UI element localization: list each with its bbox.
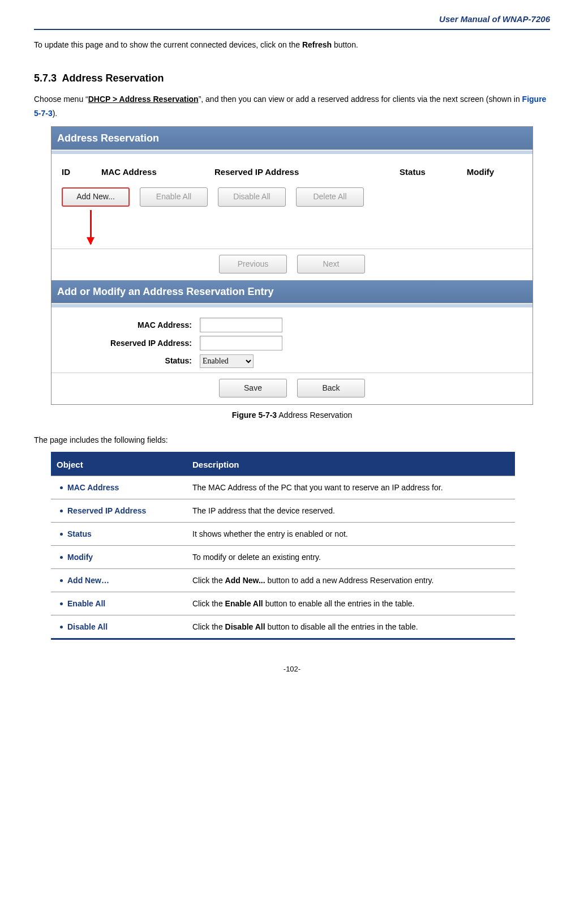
table-head-row: Object Description xyxy=(51,452,515,476)
arrow-icon xyxy=(90,210,92,244)
object-text: Add New… xyxy=(67,576,109,585)
menu-mid: ”, and then you can view or add a reserv… xyxy=(199,95,522,104)
description-cell: Click the Disable All button to disable … xyxy=(187,615,515,639)
desc-pre: The MAC Address of the PC that you want … xyxy=(192,483,443,492)
desc-post: button to disable all the entries in the… xyxy=(265,622,418,631)
object-text: Reserved IP Address xyxy=(67,506,146,515)
intro-paragraph: To update this page and to show the curr… xyxy=(34,38,550,52)
section-heading: 5.7.3 Address Reservation xyxy=(34,69,550,87)
desc-bold: Enable All xyxy=(225,599,263,608)
description-cell: The MAC Address of the PC that you want … xyxy=(187,476,515,499)
delete-all-button[interactable]: Delete All xyxy=(296,187,364,206)
object-text: MAC Address xyxy=(67,483,119,492)
table-row: StatusIt shows whether the entry is enab… xyxy=(51,522,515,545)
back-button[interactable]: Back xyxy=(297,379,365,397)
section-number: 5.7.3 xyxy=(34,72,57,84)
desc-pre: The IP address that the device reserved. xyxy=(192,506,335,515)
enable-all-button[interactable]: Enable All xyxy=(140,187,208,206)
col-id: ID xyxy=(62,164,101,179)
panel-body-1: ID MAC Address Reserved IP Address Statu… xyxy=(51,154,533,280)
description-cell: Click the Enable All button to enable al… xyxy=(187,592,515,615)
save-back-row: Save Back xyxy=(62,378,522,397)
description-cell: Click the Add New... button to add a new… xyxy=(187,568,515,592)
desc-pre: It shows whether the entry is enabled or… xyxy=(192,529,348,538)
previous-button[interactable]: Previous xyxy=(219,255,287,273)
col-mac: MAC Address xyxy=(101,164,214,179)
save-button[interactable]: Save xyxy=(219,379,287,397)
panel-accent xyxy=(51,150,533,154)
table-row: MAC AddressThe MAC Address of the PC tha… xyxy=(51,476,515,499)
table-row: ModifyTo modify or delete an existing en… xyxy=(51,545,515,568)
panel-add-modify-title: Add or Modify an Address Reservation Ent… xyxy=(51,280,533,303)
table-row: Enable AllClick the Enable All button to… xyxy=(51,592,515,615)
mac-address-input[interactable] xyxy=(200,318,282,332)
divider-2 xyxy=(51,373,533,373)
desc-pre: Click the xyxy=(192,599,225,608)
bullet-icon xyxy=(60,602,63,605)
form-row-status: Status: Enabled xyxy=(62,354,522,368)
description-cell: It shows whether the entry is enabled or… xyxy=(187,522,515,545)
panel-accent-2 xyxy=(51,303,533,307)
desc-bold: Disable All xyxy=(225,622,265,631)
object-cell: Status xyxy=(51,522,187,545)
object-cell: MAC Address xyxy=(51,476,187,499)
col-modify: Modify xyxy=(452,164,509,179)
menu-paragraph: Choose menu “DHCP > Address Reservation”… xyxy=(34,92,550,121)
figure-container: Address Reservation ID MAC Address Reser… xyxy=(51,126,533,405)
bullet-icon xyxy=(60,626,63,628)
desc-pre: Click the xyxy=(192,576,225,585)
object-cell: Add New… xyxy=(51,568,187,592)
reserved-ip-input[interactable] xyxy=(200,336,282,350)
bullet-icon xyxy=(60,510,63,512)
form-row-ip: Reserved IP Address: xyxy=(62,336,522,350)
status-select[interactable]: Enabled xyxy=(200,354,254,368)
bullet-icon xyxy=(60,533,63,536)
intro-bold: Refresh xyxy=(302,40,332,49)
object-text: Status xyxy=(67,529,92,538)
next-button[interactable]: Next xyxy=(297,255,365,273)
object-text: Disable All xyxy=(67,622,108,631)
page-footer: -102- xyxy=(34,662,550,675)
object-text: Modify xyxy=(67,553,93,562)
description-cell: The IP address that the device reserved. xyxy=(187,499,515,522)
panel-body-2: MAC Address: Reserved IP Address: Status… xyxy=(51,307,533,404)
disable-all-button[interactable]: Disable All xyxy=(218,187,286,206)
object-cell: Enable All xyxy=(51,592,187,615)
divider xyxy=(51,249,533,249)
table-row: Reserved IP AddressThe IP address that t… xyxy=(51,499,515,522)
col-ip: Reserved IP Address xyxy=(214,164,373,179)
figure-caption-bold: Figure 5-7-3 xyxy=(232,410,277,420)
description-cell: To modify or delete an existing entry. xyxy=(187,545,515,568)
mac-address-label: MAC Address: xyxy=(62,318,200,332)
desc-post: button to enable all the entries in the … xyxy=(263,599,415,608)
desc-pre: To modify or delete an existing entry. xyxy=(192,553,321,562)
bullet-icon xyxy=(60,556,63,559)
figure-caption-rest: Address Reservation xyxy=(277,410,352,420)
add-new-button[interactable]: Add New... xyxy=(62,187,130,206)
desc-post: button to add a new Address Reservation … xyxy=(265,576,434,585)
desc-pre: Click the xyxy=(192,622,225,631)
intro-pre: To update this page and to show the curr… xyxy=(34,40,302,49)
bullet-icon xyxy=(60,579,63,582)
panel-address-reservation-title: Address Reservation xyxy=(51,127,533,150)
menu-path: DHCP > Address Reservation xyxy=(88,95,199,104)
col-status: Status xyxy=(373,164,452,179)
figure-caption: Figure 5-7-3 Address Reservation xyxy=(34,408,550,422)
button-row: Add New... Enable All Disable All Delete… xyxy=(62,187,522,206)
menu-post: ). xyxy=(53,109,58,118)
menu-pre: Choose menu “ xyxy=(34,95,88,104)
object-cell: Modify xyxy=(51,545,187,568)
table-header-row: ID MAC Address Reserved IP Address Statu… xyxy=(62,161,522,187)
reserved-ip-label: Reserved IP Address: xyxy=(62,336,200,350)
fields-intro: The page includes the following fields: xyxy=(34,433,550,447)
status-label: Status: xyxy=(62,354,200,368)
nav-row: Previous Next xyxy=(62,254,522,273)
th-object: Object xyxy=(51,452,187,476)
desc-bold: Add New... xyxy=(225,576,265,585)
intro-post: button. xyxy=(332,40,358,49)
section-title: Address Reservation xyxy=(62,72,164,84)
table-row: Add New…Click the Add New... button to a… xyxy=(51,568,515,592)
header-rule xyxy=(34,29,550,30)
doc-header: User Manual of WNAP-7206 xyxy=(34,11,550,29)
object-text: Enable All xyxy=(67,599,105,608)
